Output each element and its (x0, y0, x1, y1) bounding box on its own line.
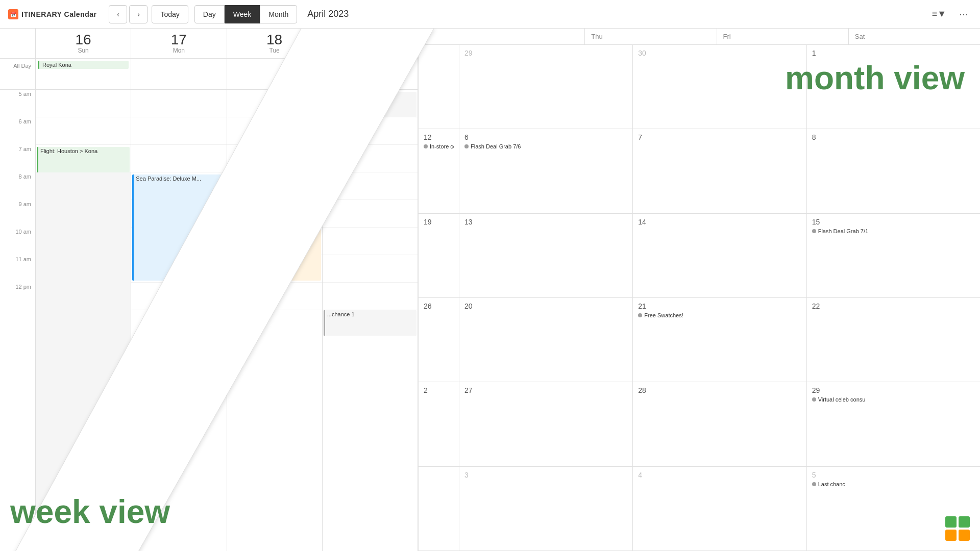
week-view-panel: 16 Sun 17 Mon 18 Tue 19 Wed All Day (0, 29, 419, 551)
next-button[interactable]: › (129, 5, 148, 23)
svg-text:📅: 📅 (10, 11, 17, 18)
logo-block-orange1 (945, 530, 957, 541)
month-cell-22[interactable]: 22 (807, 298, 980, 382)
month-row-0: 29 30 1 (419, 45, 980, 129)
week-grid: Flight: Houston > Kona Sea Pa (36, 90, 418, 551)
week-view-button[interactable]: Week (225, 5, 260, 23)
month-cell-extra-4: 2 (419, 382, 459, 466)
month-event-free-swatches[interactable]: Free Swatches! (638, 312, 801, 318)
month-cell-14[interactable]: 14 (633, 214, 806, 297)
month-cell-1[interactable]: 1 (807, 45, 980, 129)
month-event-last-chance[interactable]: Last chanc (812, 481, 975, 487)
header: 📅 ITINERARY Calendar ‹ › Today Day Week … (0, 0, 980, 29)
event-ub71[interactable]: ...ub 7/1 (324, 92, 416, 117)
month-cell-3next[interactable]: 3 (459, 467, 633, 550)
month-cell-4next[interactable]: 4 (633, 467, 806, 550)
month-cell-8[interactable]: 8 (807, 129, 980, 213)
week-day-header-3: 19 Wed (323, 29, 418, 58)
month-event-instore[interactable]: In-store celeb mee (424, 143, 454, 149)
week-day-col-1: Sea Paradise: Deluxe M... (131, 90, 227, 551)
week-days-header: 16 Sun 17 Mon 18 Tue 19 Wed (0, 29, 418, 59)
day-view-button[interactable]: Day (194, 5, 225, 23)
logo-block-orange2 (959, 530, 970, 541)
all-day-cell-1 (131, 59, 227, 89)
month-days-header: Thu Fri Sat (419, 29, 980, 45)
week-day-headers: 16 Sun 17 Mon 18 Tue 19 Wed (36, 29, 418, 58)
all-day-cell-0: Royal Kona (36, 59, 131, 89)
month-cell-extra-1: 12 In-store celeb mee (419, 129, 459, 213)
prev-button[interactable]: ‹ (109, 5, 127, 23)
month-grid: 29 30 1 12 In-store celeb mee (419, 45, 980, 551)
month-view-panel: Thu Fri Sat 29 30 1 (419, 29, 980, 551)
app-logo-icon: 📅 (8, 9, 18, 19)
all-day-row: All Day Royal Kona (0, 59, 418, 90)
week-day-header-1: 17 Mon (131, 29, 227, 58)
logo-block-green (945, 516, 957, 528)
month-row-2: 19 13 14 15 Flash Deal Grab 7/1 (419, 214, 980, 298)
app-title: ITINERARY Calendar (21, 10, 96, 18)
app-brand-logo (945, 516, 970, 541)
month-row-5: 3 4 5 Last chanc (419, 467, 980, 551)
month-event-flash-deal-15[interactable]: Flash Deal Grab 7/1 (812, 228, 975, 234)
month-cell-20[interactable]: 20 (459, 298, 633, 382)
all-day-cell-3 (323, 59, 418, 89)
month-cell-extra-3: 26 (419, 298, 459, 382)
header-actions: ≡▼ ⋯ (931, 6, 972, 22)
month-cell-29[interactable]: 29 Virtual celeb consu (807, 382, 980, 466)
event-atlantis[interactable]: Atlantis Adventur... (228, 230, 321, 281)
month-cell-15[interactable]: 15 Flash Deal Grab 7/1 (807, 214, 980, 297)
today-button[interactable]: Today (152, 5, 188, 23)
week-body: 5 am 6 am 7 am 8 am 9 am 10 am 11 am 12 … (0, 90, 418, 551)
week-day-header-2: 18 Tue (227, 29, 323, 58)
month-cell-6[interactable]: 6 Flash Deal Grab 7/6 (459, 129, 633, 213)
month-row-1: 12 In-store celeb mee 6 Flash Deal Grab … (419, 129, 980, 213)
more-options-icon[interactable]: ⋯ (955, 6, 972, 22)
all-day-cell-2 (227, 59, 323, 89)
week-day-col-2: Atlantis Adventur... (227, 90, 323, 551)
app-logo: 📅 ITINERARY Calendar (8, 9, 96, 19)
month-day-name-fri: Fri (717, 29, 849, 44)
month-cell-29prev[interactable]: 29 (459, 45, 633, 129)
month-cell-27[interactable]: 27 (459, 382, 633, 466)
month-cell-7[interactable]: 7 (633, 129, 806, 213)
month-day-name-thu: Thu (585, 29, 717, 44)
all-day-label: All Day (0, 59, 36, 89)
event-sea-paradise[interactable]: Sea Paradise: Deluxe M... (132, 174, 225, 281)
current-date: April 2023 (307, 9, 349, 19)
logo-block-green2 (959, 516, 970, 528)
month-cell-extra-5 (419, 467, 459, 550)
month-row-3: 26 20 21 Free Swatches! 22 (419, 298, 980, 382)
filter-icon[interactable]: ≡▼ (931, 6, 947, 22)
nav-controls: ‹ › Today (109, 5, 190, 23)
month-cell-30prev[interactable]: 30 (633, 45, 806, 129)
month-cell-21[interactable]: 21 Free Swatches! (633, 298, 806, 382)
month-row-4: 2 27 28 29 Virtual celeb consu (419, 382, 980, 466)
month-day-name-sat: Sat (849, 29, 980, 44)
month-cell-28[interactable]: 28 (633, 382, 806, 466)
event-chance1[interactable]: ...chance 1 (324, 310, 416, 336)
all-day-event-royal-kona[interactable]: Royal Kona (38, 61, 129, 69)
month-cell-extra-0 (419, 45, 459, 129)
week-day-header-0: 16 Sun (36, 29, 131, 58)
month-event-flash-deal-6[interactable]: Flash Deal Grab 7/6 (464, 143, 627, 149)
all-day-cells: Royal Kona (36, 59, 418, 89)
month-view-button[interactable]: Month (260, 5, 297, 23)
month-cell-13[interactable]: 13 (459, 214, 633, 297)
week-day-col-0: Flight: Houston > Kona (36, 90, 131, 551)
time-column: 5 am 6 am 7 am 8 am 9 am 10 am 11 am 12 … (0, 90, 36, 551)
view-buttons: Day Week Month (194, 5, 297, 23)
main-container: 16 Sun 17 Mon 18 Tue 19 Wed All Day (0, 29, 980, 551)
month-cell-extra-2: 19 (419, 214, 459, 297)
week-day-col-3: ...ub 7/1 ...eleb consu ...chance 1 (323, 90, 418, 551)
event-flight-houston-kona[interactable]: Flight: Houston > Kona (37, 147, 130, 172)
month-event-virtual-celeb[interactable]: Virtual celeb consu (812, 396, 975, 403)
time-gutter (0, 29, 36, 58)
